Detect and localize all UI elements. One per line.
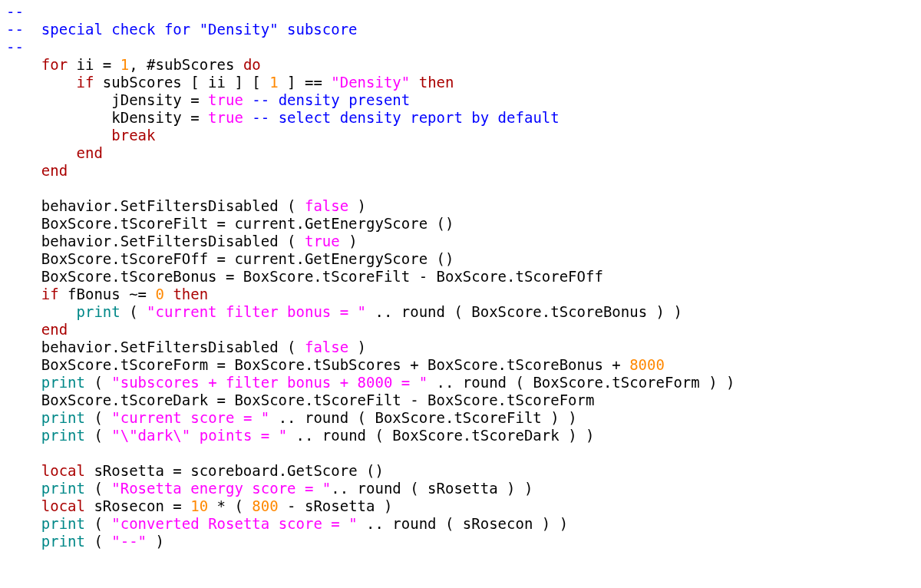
code-token: 8000 bbox=[629, 356, 665, 373]
code-token: ( bbox=[85, 533, 111, 550]
code-token: BoxScore.tScoreForm = BoxScore.tSubScore… bbox=[6, 356, 629, 373]
code-token: if bbox=[41, 286, 59, 302]
code-token: print bbox=[41, 374, 85, 391]
code-token bbox=[243, 109, 252, 126]
code-token: * ( bbox=[208, 497, 252, 514]
code-token: .. round ( BoxScore.tScoreFilt ) ) bbox=[269, 409, 576, 426]
code-token bbox=[6, 286, 41, 302]
code-token: "Density" bbox=[331, 74, 410, 91]
code-token: ( bbox=[85, 515, 111, 532]
code-token: behavior.SetFiltersDisabled ( bbox=[6, 233, 305, 249]
code-token: end bbox=[77, 144, 103, 161]
code-line: behavior.SetFiltersDisabled ( false ) bbox=[6, 197, 366, 214]
code-token: for bbox=[41, 56, 68, 73]
code-token: ( bbox=[120, 303, 147, 320]
code-token: BoxScore.tScoreDark = BoxScore.tScoreFil… bbox=[6, 391, 594, 408]
code-token: end bbox=[41, 162, 68, 179]
code-line: print ( "--" ) bbox=[6, 533, 164, 550]
code-token: BoxScore.tScoreFOff = current.GetEnergyS… bbox=[6, 250, 454, 267]
code-token: print bbox=[41, 515, 85, 532]
code-token bbox=[410, 74, 418, 91]
code-token bbox=[6, 321, 41, 338]
code-token: true bbox=[208, 91, 243, 108]
code-token: , #subScores bbox=[129, 56, 243, 73]
code-token: ( bbox=[85, 480, 111, 497]
code-line: print ( "converted Rosetta score = " .. … bbox=[6, 515, 568, 532]
code-token: end bbox=[41, 321, 68, 338]
code-token: .. round ( sRosetta ) ) bbox=[331, 480, 533, 497]
code-line: print ( "\"dark\" points = " .. round ( … bbox=[6, 427, 594, 444]
code-line: end bbox=[6, 144, 103, 161]
code-token: "current score = " bbox=[111, 409, 269, 426]
code-token: ] == bbox=[279, 74, 332, 91]
code-line: print ( "Rosetta energy score = ".. roun… bbox=[6, 480, 533, 497]
code-token: BoxScore.tScoreFilt = current.GetEnergyS… bbox=[6, 215, 454, 232]
code-token: ( bbox=[85, 409, 111, 426]
code-token: -- bbox=[6, 3, 24, 20]
code-token: -- density present bbox=[252, 91, 410, 108]
code-line: jDensity = true -- density present bbox=[6, 91, 410, 108]
code-token: false bbox=[305, 339, 348, 355]
code-token: .. round ( sRosecon ) ) bbox=[358, 515, 569, 532]
code-token: if bbox=[77, 74, 94, 91]
code-token bbox=[6, 180, 15, 197]
code-line: BoxScore.tScoreDark = BoxScore.tScoreFil… bbox=[6, 391, 594, 408]
code-line bbox=[6, 180, 15, 197]
code-token: break bbox=[111, 127, 155, 144]
code-line: BoxScore.tScoreForm = BoxScore.tSubScore… bbox=[6, 356, 665, 373]
code-token: "--" bbox=[111, 533, 147, 550]
code-token: 10 bbox=[190, 497, 208, 514]
code-line: local sRosetta = scoreboard.GetScore () bbox=[6, 462, 384, 479]
code-token: .. round ( BoxScore.tScoreBonus ) ) bbox=[366, 303, 682, 320]
code-token bbox=[6, 374, 41, 391]
code-line: behavior.SetFiltersDisabled ( true ) bbox=[6, 233, 358, 249]
code-token: "Rosetta energy score = " bbox=[111, 480, 331, 497]
code-line: if subScores [ ii ] [ 1 ] == "Density" t… bbox=[6, 74, 454, 91]
code-token bbox=[164, 286, 173, 302]
code-line: print ( "subscores + filter bonus + 8000… bbox=[6, 374, 734, 391]
code-token: behavior.SetFiltersDisabled ( bbox=[6, 197, 305, 214]
code-token: 1 bbox=[120, 56, 129, 73]
code-token bbox=[6, 303, 77, 320]
code-token: ) bbox=[348, 197, 366, 214]
code-token: -- select density report by default bbox=[252, 109, 559, 126]
code-token: ) bbox=[348, 339, 366, 355]
code-token: - sRosetta ) bbox=[279, 497, 393, 514]
code-line: -- special check for "Density" subscore bbox=[6, 21, 358, 38]
code-token bbox=[6, 144, 77, 161]
code-token: then bbox=[173, 286, 208, 302]
code-line: break bbox=[6, 127, 155, 144]
code-token: false bbox=[305, 197, 348, 214]
code-token: .. round ( BoxScore.tScoreDark ) ) bbox=[287, 427, 594, 444]
code-token bbox=[6, 162, 41, 179]
code-line: behavior.SetFiltersDisabled ( false ) bbox=[6, 339, 366, 355]
code-block: -- -- special check for "Density" subsco… bbox=[0, 0, 921, 553]
code-token bbox=[6, 497, 41, 514]
code-token: "converted Rosetta score = " bbox=[111, 515, 357, 532]
code-token: behavior.SetFiltersDisabled ( bbox=[6, 339, 305, 355]
code-token bbox=[6, 462, 41, 479]
code-token bbox=[6, 515, 41, 532]
code-token bbox=[6, 127, 111, 144]
code-line: BoxScore.tScoreBonus = BoxScore.tScoreFi… bbox=[6, 268, 603, 285]
code-token: then bbox=[419, 74, 454, 91]
code-token: -- bbox=[6, 38, 24, 55]
code-token: sRosetta = scoreboard.GetScore () bbox=[85, 462, 384, 479]
code-token: print bbox=[41, 427, 85, 444]
code-line: BoxScore.tScoreFOff = current.GetEnergyS… bbox=[6, 250, 454, 267]
code-line: -- bbox=[6, 38, 24, 55]
code-line: end bbox=[6, 162, 68, 179]
code-token bbox=[6, 74, 77, 91]
code-token: true bbox=[208, 109, 243, 126]
code-token: print bbox=[41, 480, 85, 497]
code-token bbox=[6, 427, 41, 444]
code-token: ( bbox=[85, 374, 111, 391]
code-token: ) bbox=[147, 533, 164, 550]
code-token: print bbox=[41, 533, 85, 550]
code-token: fBonus ~= bbox=[59, 286, 156, 302]
code-line bbox=[6, 444, 15, 461]
code-token bbox=[6, 480, 41, 497]
code-token: 1 bbox=[269, 74, 278, 91]
code-token: kDensity = bbox=[6, 109, 208, 126]
code-token: local bbox=[41, 497, 85, 514]
